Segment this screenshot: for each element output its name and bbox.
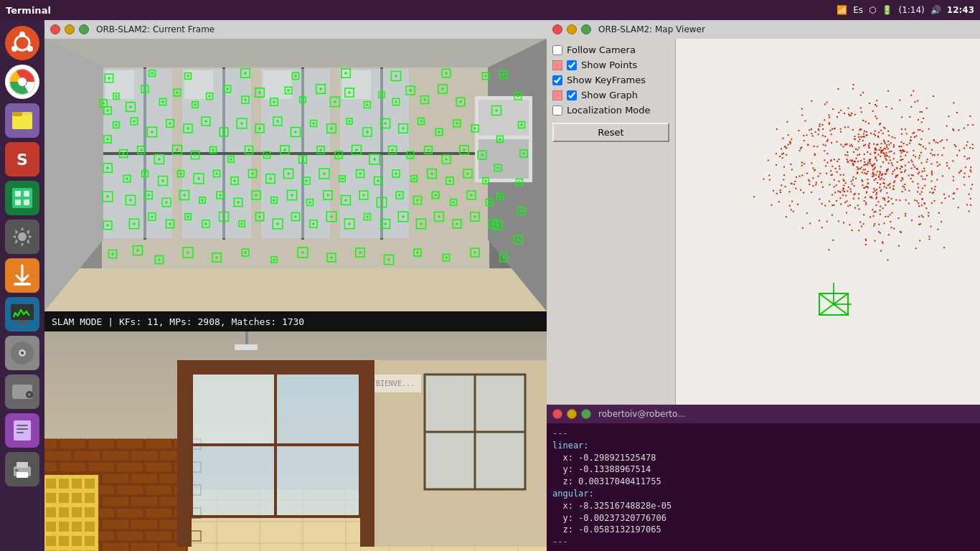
sidebar: S (0, 20, 44, 551)
current-frame-title: ORB-SLAM2: Current Frame (96, 24, 215, 34)
localization-mode-checkbox[interactable] (552, 105, 562, 116)
svg-rect-12 (15, 191, 21, 197)
svg-point-23 (21, 352, 24, 354)
slam-status: SLAM MODE | KFs: 11, MPs: 2908, Matches:… (52, 316, 304, 327)
show-keyframes-label: Show KeyFrames (567, 75, 646, 85)
map-canvas (676, 39, 980, 405)
svg-rect-30 (17, 432, 24, 433)
right-panel: ORB-SLAM2: Map Viewer Follow Camera Show… (547, 20, 980, 551)
svg-point-7 (18, 77, 27, 86)
svg-point-16 (18, 232, 27, 241)
svg-rect-17 (14, 283, 31, 286)
show-points-checkbox[interactable] (567, 60, 577, 70)
svg-rect-14 (15, 199, 21, 205)
show-graph-label: Show Graph (581, 90, 638, 100)
left-panel: ORB-SLAM2: Current Frame SLAM MODE | KFs… (44, 20, 547, 551)
close-button[interactable] (50, 24, 60, 34)
svg-rect-32 (17, 462, 28, 468)
minimize-button[interactable] (65, 24, 75, 34)
map-viewer-content: Follow Camera Show Points Show KeyFrames… (547, 39, 980, 405)
svg-point-3 (11, 46, 17, 52)
svg-rect-29 (17, 428, 28, 430)
controls-panel: Follow Camera Show Points Show KeyFrames… (547, 39, 676, 405)
map-3d-view (676, 39, 980, 405)
show-keyframes-row: Show KeyFrames (552, 75, 669, 85)
sidebar-icon-chrome[interactable] (5, 65, 39, 99)
sidebar-icon-disk[interactable] (5, 336, 39, 370)
volume-icon: 🔊 (930, 5, 941, 15)
sidebar-icon-printer[interactable] (5, 452, 39, 486)
sidebar-icon-monitor[interactable] (5, 297, 39, 331)
terminal-title: robertoiv@roberto... (598, 409, 686, 419)
svg-rect-15 (24, 199, 29, 205)
keyboard-lang: Es (853, 5, 863, 15)
terminal-body[interactable]: ---linear: x: -0.298921525478 y: -0.1338… (547, 423, 980, 551)
svg-rect-34 (15, 469, 18, 471)
svg-rect-11 (12, 188, 32, 208)
show-graph-row: Show Graph (552, 90, 669, 100)
show-points-swatch (552, 60, 562, 70)
svg-rect-27 (14, 420, 31, 441)
room-canvas (44, 39, 547, 311)
sidebar-icon-impress[interactable]: S (5, 142, 39, 176)
map-maximize-button[interactable] (581, 24, 591, 34)
svg-rect-20 (15, 323, 29, 324)
main-area: ORB-SLAM2: Current Frame SLAM MODE | KFs… (44, 20, 980, 551)
sidebar-icon-download[interactable] (5, 258, 39, 293)
wifi-icon: 📶 (837, 5, 847, 15)
sidebar-icon-texteditor[interactable] (5, 413, 39, 448)
map-close-button[interactable] (552, 24, 562, 34)
svg-point-26 (28, 393, 31, 396)
show-points-row: Show Points (552, 60, 669, 70)
svg-point-4 (27, 46, 33, 52)
status-bar: SLAM MODE | KFs: 11, MPs: 2908, Matches:… (44, 311, 547, 331)
sidebar-icon-disk2[interactable] (5, 375, 39, 409)
sidebar-icon-calc[interactable] (5, 181, 39, 215)
reset-button[interactable]: Reset (552, 123, 669, 142)
camera-view-top (44, 39, 547, 311)
map-minimize-button[interactable] (567, 24, 577, 34)
sidebar-icon-files[interactable] (5, 103, 39, 138)
show-graph-checkbox[interactable] (567, 90, 577, 100)
battery-icon: 🔋 (882, 5, 892, 15)
battery-time: (1:14) (898, 5, 924, 15)
terminal-close-button[interactable] (552, 409, 562, 419)
taskbar: Terminal 📶 Es ⬡ 🔋 (1:14) 🔊 12:43 (0, 0, 980, 20)
terminal-max-button[interactable] (581, 409, 591, 419)
follow-camera-row: Follow Camera (552, 44, 669, 55)
terminal-titlebar: robertoiv@roberto... (547, 405, 980, 423)
bluetooth-icon: ⬡ (869, 5, 876, 15)
follow-camera-label: Follow Camera (567, 44, 636, 55)
map-viewer-titlebar: ORB-SLAM2: Map Viewer (547, 20, 980, 39)
localization-mode-label: Localization Mode (567, 105, 651, 116)
svg-rect-28 (17, 425, 28, 426)
localization-mode-row: Localization Mode (552, 105, 669, 116)
camera-view-bottom (44, 331, 547, 551)
show-points-label: Show Points (581, 60, 637, 70)
terminal-min-button[interactable] (567, 409, 577, 419)
sidebar-icon-settings[interactable] (5, 220, 39, 254)
map-viewer-title: ORB-SLAM2: Map Viewer (598, 24, 705, 34)
clock: 12:43 (947, 5, 974, 15)
maximize-button[interactable] (79, 24, 89, 34)
svg-point-2 (19, 32, 25, 37)
follow-camera-checkbox[interactable] (552, 45, 562, 55)
svg-rect-10 (12, 112, 22, 116)
taskbar-right: 📶 Es ⬡ 🔋 (1:14) 🔊 12:43 (837, 5, 974, 15)
svg-rect-33 (17, 472, 28, 478)
svg-rect-13 (24, 191, 29, 197)
sidebar-icon-ubuntu[interactable] (5, 26, 39, 60)
svg-rect-9 (12, 115, 32, 129)
svg-rect-19 (19, 320, 26, 323)
room-canvas-bottom (44, 331, 547, 551)
current-frame-titlebar: ORB-SLAM2: Current Frame (44, 20, 547, 39)
show-keyframes-checkbox[interactable] (552, 75, 562, 85)
terminal-panel: robertoiv@roberto... ---linear: x: -0.29… (547, 405, 980, 551)
taskbar-title: Terminal (6, 5, 51, 16)
show-graph-swatch (552, 90, 562, 100)
